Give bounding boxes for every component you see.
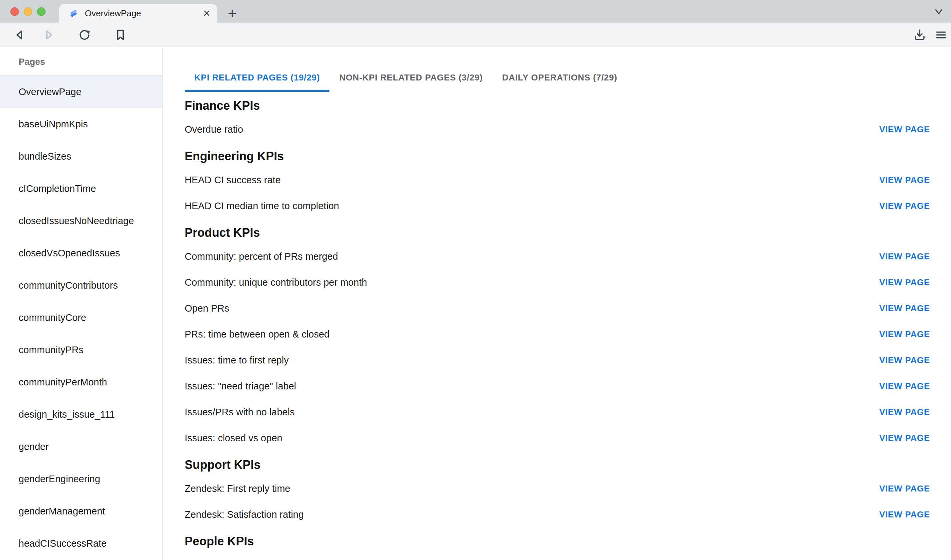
window-maximize-button[interactable]	[37, 7, 46, 16]
tab-close-icon[interactable]: ×	[199, 6, 214, 21]
page-content: Pages OverviewPage baseUiNpmKpis bundleS…	[0, 48, 951, 560]
kpi-label: Issues/PRs with no labels	[185, 407, 294, 418]
section-title-product: Product KPIs	[185, 225, 930, 240]
view-page-link[interactable]: VIEW PAGE	[879, 277, 930, 288]
kpi-label: HEAD CI median time to completion	[185, 200, 339, 211]
sidebar-item-overviewpage[interactable]: OverviewPage	[0, 76, 162, 108]
window-close-button[interactable]	[10, 7, 19, 16]
kpi-row: Issues: closed vs open VIEW PAGE	[185, 425, 930, 451]
chevron-down-icon[interactable]	[934, 8, 944, 16]
kpi-label: Issues: closed vs open	[185, 432, 282, 444]
view-page-link[interactable]: VIEW PAGE	[879, 433, 930, 443]
bookmark-button[interactable]	[111, 26, 130, 44]
kpi-row: Issues: time to first reply VIEW PAGE	[185, 347, 930, 373]
kpi-row: HEAD CI median time to completion VIEW P…	[185, 193, 930, 219]
menu-button[interactable]	[932, 26, 950, 44]
view-page-link[interactable]: VIEW PAGE	[879, 355, 930, 365]
mui-logo-icon	[68, 7, 80, 19]
view-page-link[interactable]: VIEW PAGE	[879, 329, 930, 340]
main-panel: KPI RELATED PAGES (19/29) NON-KPI RELATE…	[163, 48, 951, 560]
view-page-link[interactable]: VIEW PAGE	[879, 407, 930, 417]
reload-icon	[77, 28, 92, 42]
category-tabs: KPI RELATED PAGES (19/29) NON-KPI RELATE…	[185, 63, 930, 92]
sidebar-item-communityprs[interactable]: communityPRs	[0, 334, 162, 366]
view-page-link[interactable]: VIEW PAGE	[879, 201, 930, 211]
kpi-row: Issues/PRs with no labels VIEW PAGE	[185, 399, 930, 425]
section-title-people: People KPIs	[185, 534, 930, 549]
tab-strip: OverviewPage × +	[0, 0, 951, 23]
reload-button[interactable]	[75, 26, 94, 44]
kpi-label: Zendesk: First reply time	[185, 483, 290, 494]
view-page-link[interactable]: VIEW PAGE	[879, 483, 930, 494]
downloads-button[interactable]	[910, 26, 929, 44]
kpi-sections: Finance KPIs Overdue ratio VIEW PAGE Eng…	[185, 98, 930, 549]
pages-sidebar: Pages OverviewPage baseUiNpmKpis bundleS…	[0, 48, 163, 560]
kpi-row: PRs: time between open & closed VIEW PAG…	[185, 321, 930, 347]
back-button[interactable]	[11, 26, 29, 44]
sidebar-item-design-kits-issue-111[interactable]: design_kits_issue_111	[0, 398, 162, 431]
bookmark-icon	[113, 28, 128, 42]
sidebar-item-communitycore[interactable]: communityCore	[0, 302, 162, 334]
section-title-support: Support KPIs	[185, 458, 930, 472]
view-page-link[interactable]: VIEW PAGE	[879, 175, 930, 185]
sidebar-item-cicompletiontime[interactable]: cICompletionTime	[0, 172, 162, 205]
kpi-row: Zendesk: Satisfaction rating VIEW PAGE	[185, 502, 930, 528]
back-icon	[12, 28, 27, 42]
kpi-row: Community: unique contributors per month…	[185, 269, 930, 295]
tab-kpi-related-pages[interactable]: KPI RELATED PAGES (19/29)	[185, 63, 330, 92]
forward-button[interactable]	[39, 26, 58, 44]
kpi-row: Overdue ratio VIEW PAGE	[185, 116, 930, 142]
kpi-label: Overdue ratio	[185, 124, 243, 135]
sidebar-item-closedissuesnoneedtriage[interactable]: closedIssuesNoNeedtriage	[0, 205, 162, 237]
sidebar-item-baseuinpmkpis[interactable]: baseUiNpmKpis	[0, 108, 162, 140]
sidebar-item-gendermanagement[interactable]: genderManagement	[0, 495, 162, 528]
sidebar-item-gender[interactable]: gender	[0, 431, 162, 463]
new-tab-button[interactable]: +	[223, 5, 241, 21]
browser-window: OverviewPage × +	[0, 0, 951, 560]
kpi-row: Open PRs VIEW PAGE	[185, 295, 930, 321]
sidebar-header: Pages	[0, 48, 162, 76]
sidebar-item-closedvsopenedissues[interactable]: closedVsOpenedIssues	[0, 237, 162, 269]
kpi-label: Issues: "need triage" label	[185, 381, 296, 392]
sidebar-item-communitypermonth[interactable]: communityPerMonth	[0, 366, 162, 398]
browser-toolbar: tools-public.mui.com/prod/pages/Overview…	[0, 23, 951, 47]
kpi-label: Issues: time to first reply	[185, 355, 289, 366]
view-page-link[interactable]: VIEW PAGE	[879, 509, 930, 520]
kpi-label: Community: unique contributors per month	[185, 277, 367, 288]
view-page-link[interactable]: VIEW PAGE	[879, 251, 930, 262]
kpi-label: Community: percent of PRs merged	[185, 251, 338, 262]
view-page-link[interactable]: VIEW PAGE	[879, 303, 930, 314]
forward-icon	[41, 28, 56, 42]
kpi-row: HEAD CI success rate VIEW PAGE	[185, 167, 930, 193]
sidebar-item-communitycontributors[interactable]: communityContributors	[0, 269, 162, 302]
sidebar-item-bundlesizes[interactable]: bundleSizes	[0, 140, 162, 172]
hamburger-menu-icon	[934, 28, 948, 42]
view-page-link[interactable]: VIEW PAGE	[879, 125, 930, 135]
sidebar-item-headcisuccessrate[interactable]: headCISuccessRate	[0, 528, 162, 560]
window-minimize-button[interactable]	[24, 7, 32, 16]
tab-non-kpi-related-pages[interactable]: NON-KPI RELATED PAGES (3/29)	[330, 63, 492, 92]
kpi-label: PRs: time between open & closed	[185, 329, 330, 340]
kpi-row: Zendesk: First reply time VIEW PAGE	[185, 475, 930, 502]
section-title-finance: Finance KPIs	[185, 98, 930, 113]
tab-daily-operations[interactable]: DAILY OPERATIONS (7/29)	[492, 63, 627, 92]
kpi-row: Issues: "need triage" label VIEW PAGE	[185, 373, 930, 399]
sidebar-item-genderengineering[interactable]: genderEngineering	[0, 463, 162, 495]
kpi-row: Community: percent of PRs merged VIEW PA…	[185, 243, 930, 269]
download-icon	[912, 28, 927, 42]
view-page-link[interactable]: VIEW PAGE	[879, 381, 930, 391]
kpi-label: HEAD CI success rate	[185, 175, 281, 186]
section-title-engineering: Engineering KPIs	[185, 149, 930, 164]
tab-title: OverviewPage	[85, 8, 199, 18]
kpi-label: Open PRs	[185, 303, 229, 314]
kpi-label: Zendesk: Satisfaction rating	[185, 509, 304, 520]
browser-tab[interactable]: OverviewPage ×	[59, 4, 217, 23]
